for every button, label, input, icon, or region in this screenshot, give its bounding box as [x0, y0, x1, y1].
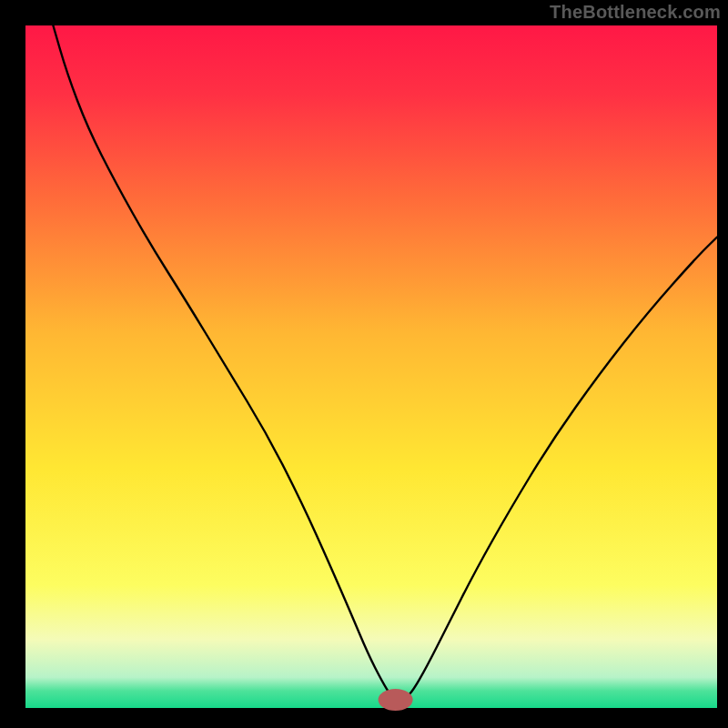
watermark-label: TheBottleneck.com — [550, 2, 721, 23]
chart-frame: TheBottleneck.com — [0, 0, 728, 728]
bottleneck-chart — [0, 0, 728, 728]
plot-background — [25, 25, 717, 708]
optimal-marker — [379, 689, 413, 711]
